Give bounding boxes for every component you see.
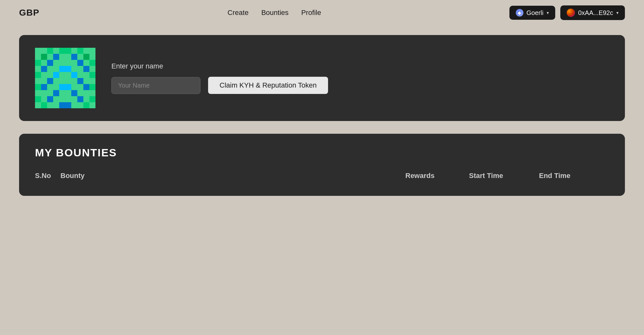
profile-form: Enter your name Claim KYH & Reputation T…: [111, 62, 328, 94]
col-end-time: End Time: [539, 172, 609, 183]
nav-create[interactable]: Create: [228, 9, 248, 17]
wallet-address: 0xAA...E92c: [578, 9, 613, 17]
bounties-header-row: S.No Bounty Rewards Start Time End Time: [35, 172, 609, 183]
nav: Create Bounties Profile: [228, 9, 321, 17]
bounties-title: MY BOUNTIES: [35, 146, 609, 159]
bounties-table: S.No Bounty Rewards Start Time End Time: [35, 172, 609, 183]
bounties-card: MY BOUNTIES S.No Bounty Rewards Start Ti…: [19, 134, 625, 196]
name-input[interactable]: [111, 77, 200, 94]
logo: GBP: [19, 8, 39, 18]
header-actions: ◆ Goerli ▾ 0xAA...E92c ▾: [509, 5, 625, 20]
col-rewards: Rewards: [405, 172, 469, 183]
col-bounty: Bounty: [60, 172, 405, 183]
network-chevron-icon: ▾: [547, 10, 549, 15]
network-button[interactable]: ◆ Goerli ▾: [509, 6, 555, 20]
claim-button[interactable]: Claim KYH & Reputation Token: [208, 77, 328, 94]
nav-bounties[interactable]: Bounties: [261, 9, 289, 17]
header: GBP Create Bounties Profile ◆ Goerli ▾ 0…: [0, 0, 644, 25]
bounties-table-head: S.No Bounty Rewards Start Time End Time: [35, 172, 609, 183]
profile-card: Enter your name Claim KYH & Reputation T…: [19, 35, 625, 121]
profile-form-row: Claim KYH & Reputation Token: [111, 77, 328, 94]
wallet-button[interactable]: 0xAA...E92c ▾: [560, 5, 625, 20]
avatar-pixelart: [35, 48, 95, 108]
nav-profile[interactable]: Profile: [301, 9, 321, 17]
eth-icon: ◆: [516, 9, 523, 17]
network-label: Goerli: [527, 9, 543, 17]
col-sno: S.No: [35, 172, 60, 183]
name-label: Enter your name: [111, 62, 328, 70]
wallet-avatar: [567, 9, 575, 17]
col-start-time: Start Time: [469, 172, 539, 183]
wallet-chevron-icon: ▾: [616, 10, 619, 15]
main-content: Enter your name Claim KYH & Reputation T…: [0, 25, 644, 205]
